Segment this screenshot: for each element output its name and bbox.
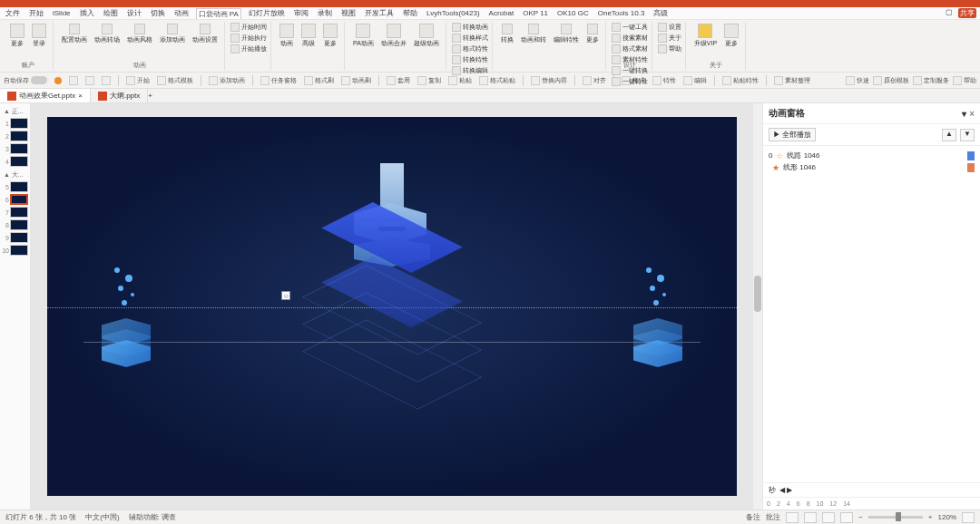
conv-prop-row[interactable]: 转换特性	[452, 54, 488, 65]
qat-pasteprop[interactable]: 粘贴特性	[722, 76, 759, 85]
qat-replace[interactable]: 替换内容	[531, 76, 567, 85]
account-more-button[interactable]: 更多	[7, 22, 27, 50]
anim-trans-button[interactable]: 动画转场	[92, 22, 122, 46]
qat-start[interactable]: 开始	[126, 76, 150, 85]
anim-pane-dropdown-icon[interactable]: ▾	[962, 109, 966, 119]
conv2-editprop-button[interactable]: 编辑特性	[551, 22, 582, 46]
menu-devtools[interactable]: 开发工具	[363, 8, 396, 18]
zoom-out-button[interactable]: −	[858, 513, 863, 521]
conv-fmt-row[interactable]: 格式特性	[452, 44, 488, 54]
anim-item-2[interactable]: ★ 线形 1046	[767, 161, 976, 173]
reading-view-icon[interactable]	[822, 512, 835, 523]
center-isometric-object[interactable]	[310, 138, 474, 410]
menu-advanced[interactable]: 高级	[652, 8, 670, 18]
conv2-animconv-button[interactable]: 动画和转	[518, 22, 549, 46]
qat-undo[interactable]	[85, 76, 94, 85]
anim-move-down-button[interactable]: ▼	[960, 129, 975, 141]
close-tab-icon[interactable]: ×	[78, 92, 83, 100]
help-row[interactable]: 帮助	[658, 44, 681, 54]
thumb-10[interactable]: 10	[2, 245, 28, 256]
thumb-2[interactable]: 2	[2, 131, 28, 141]
qat-paste[interactable]: 粘贴	[448, 76, 472, 85]
comments-button[interactable]: 批注	[766, 512, 780, 522]
qat-help[interactable]: 帮助	[953, 76, 976, 85]
qat-pane[interactable]: 任务窗格	[260, 76, 297, 85]
slide-canvas[interactable]: ◇	[47, 117, 737, 496]
qat-template[interactable]: 格式模板	[157, 76, 193, 85]
zoom-in-button[interactable]: +	[928, 513, 933, 521]
menu-pa[interactable]: 口袋动画 PA	[196, 8, 241, 19]
rotation-marker[interactable]: ◇	[281, 291, 290, 300]
autosave-toggle[interactable]: 自动保存	[4, 76, 47, 85]
start-time-row[interactable]: 开始时间	[230, 22, 267, 33]
pa-super-button[interactable]: 超级动画	[411, 22, 442, 50]
left-cube[interactable]	[102, 318, 151, 351]
menu-animation[interactable]: 动画	[172, 8, 191, 18]
conv2-more-button[interactable]: 更多	[583, 22, 602, 46]
vertical-scrollbar[interactable]	[753, 103, 762, 509]
anim-pane-close-icon[interactable]: ×	[969, 109, 975, 119]
zoom-handle[interactable]	[896, 512, 901, 521]
thumb-8[interactable]: 8	[2, 219, 28, 230]
menu-help[interactable]: 帮助	[401, 8, 419, 18]
anim-config-button[interactable]: 配置动画	[59, 22, 90, 46]
anim2-more-button[interactable]: 更多	[320, 22, 340, 50]
menu-islide[interactable]: iSlide	[51, 9, 73, 17]
settings-row[interactable]: 设置	[658, 22, 681, 33]
pa-anim-button[interactable]: PA动画	[350, 22, 377, 50]
menu-okp11[interactable]: OKP 11	[521, 9, 550, 17]
notes-button[interactable]: 备注	[746, 512, 760, 522]
qat-edit[interactable]: 编辑	[683, 76, 707, 85]
menu-onetools[interactable]: OneTools 10.3	[596, 9, 647, 17]
anim-add-button[interactable]: 添加动画	[157, 22, 188, 46]
sorter-view-icon[interactable]	[804, 512, 817, 523]
qat-save[interactable]	[69, 76, 78, 85]
start-play-row[interactable]: 开始播放	[230, 44, 267, 54]
accessibility[interactable]: 辅助功能: 调查	[129, 512, 176, 522]
design-onekey-row[interactable]: 一键工具	[612, 22, 648, 33]
anim2-anim-button[interactable]: 动画	[277, 22, 297, 50]
thumb-7[interactable]: 7	[2, 207, 28, 218]
menu-ok10[interactable]: OK10 GC	[555, 9, 591, 17]
conv-edit-row[interactable]: 转换编辑	[452, 65, 488, 76]
account-login-button[interactable]: 登录	[29, 22, 49, 50]
right-cube[interactable]	[633, 318, 682, 351]
anim-set-button[interactable]: 动画设置	[190, 22, 220, 46]
menu-record[interactable]: 录制	[316, 8, 334, 18]
qat-fmtbrush[interactable]: 格式刷	[304, 76, 334, 85]
conv-anim-row[interactable]: 转换动画	[452, 22, 488, 33]
qat-custom[interactable]: 定制服务	[913, 76, 949, 85]
language[interactable]: 中文(中国)	[85, 512, 119, 522]
minimize-ribbon-icon[interactable]: ▢	[944, 8, 955, 18]
scroll-thumb[interactable]	[754, 276, 761, 312]
conv-style-row[interactable]: 转换样式	[452, 33, 488, 44]
anim-item-1[interactable]: 0 ☆ 线路 1046	[767, 150, 976, 161]
menu-lvyh[interactable]: LvyhTools(0423)	[425, 9, 482, 17]
anim-move-up-button[interactable]: ▲	[942, 129, 956, 141]
thumb-1[interactable]: 1	[2, 118, 28, 129]
qat-animbrush[interactable]: 动画刷	[341, 76, 371, 85]
menu-draw[interactable]: 绘图	[102, 8, 120, 18]
zoom-value[interactable]: 120%	[938, 513, 956, 521]
menu-view[interactable]: 视图	[339, 8, 358, 18]
anim-play-button[interactable]: ▶ 全部播放	[769, 128, 816, 141]
vip-button[interactable]: 升级VIP	[691, 22, 720, 50]
qat-redo[interactable]	[102, 76, 111, 85]
pa-merge-button[interactable]: 动画合并	[378, 22, 409, 50]
thumb-5[interactable]: 5	[2, 181, 28, 192]
qat-apply[interactable]: 套用	[387, 76, 410, 85]
design-fmt-row[interactable]: 格式素材	[612, 44, 648, 54]
qat-original[interactable]: 原创模板	[873, 76, 909, 85]
thumb-6[interactable]: 6	[2, 194, 28, 205]
slideshow-view-icon[interactable]	[840, 512, 853, 523]
qat-fmtpaste[interactable]: 格式粘贴	[479, 76, 515, 85]
share-button[interactable]: 共享	[958, 8, 976, 18]
design-search-row[interactable]: 搜索素材	[612, 33, 648, 44]
new-tab-button[interactable]: +	[148, 92, 152, 100]
anim2-adv-button[interactable]: 高级	[299, 22, 318, 50]
menu-insert[interactable]: 插入	[78, 8, 96, 18]
menu-design[interactable]: 设计	[125, 8, 143, 18]
qat-quick[interactable]: 快速	[846, 76, 869, 85]
about-row[interactable]: 关于	[658, 33, 681, 44]
thumb-3[interactable]: 3	[2, 143, 28, 154]
